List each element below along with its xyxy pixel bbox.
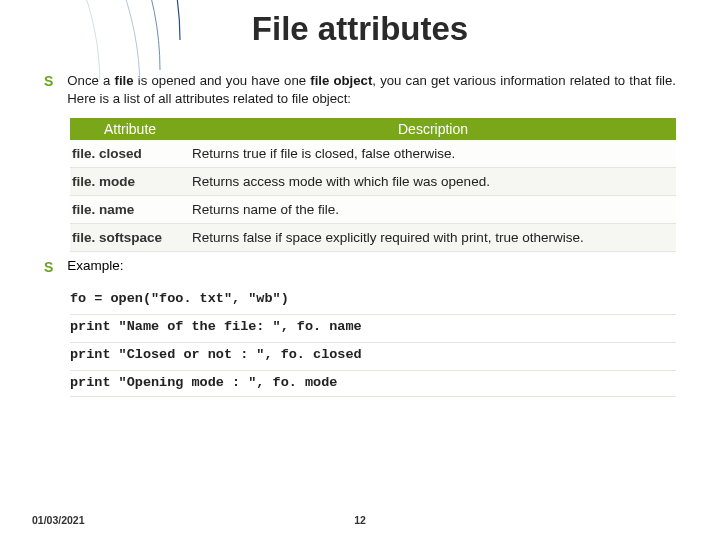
desc-cell: Returns access mode with which file was … [190, 168, 676, 196]
attr-cell: file. name [70, 196, 190, 224]
table-header-description: Description [190, 118, 676, 140]
footer-date: 01/03/2021 [32, 514, 85, 526]
example-label: Example: [67, 258, 123, 273]
code-line: fo = open("foo. txt", "wb") [70, 287, 676, 315]
footer-page-number: 12 [354, 514, 366, 526]
code-line: print "Opening mode : ", fo. mode [70, 371, 676, 397]
bullet-icon: S [44, 72, 53, 108]
table-row: file. closedReturns true if file is clos… [70, 140, 676, 168]
attr-cell: file. softspace [70, 224, 190, 252]
slide-title: File attributes [0, 0, 720, 48]
code-line: print "Name of the file: ", fo. name [70, 315, 676, 343]
table-row: file. nameReturns name of the file. [70, 196, 676, 224]
intro-text: Once a file is opened and you have one f… [67, 72, 676, 108]
slide-footer: 01/03/2021 12 [0, 514, 720, 526]
code-block: fo = open("foo. txt", "wb")print "Name o… [70, 287, 676, 397]
bullet-icon: S [44, 258, 53, 277]
attr-cell: file. closed [70, 140, 190, 168]
slide-content: S Once a file is opened and you have one… [0, 48, 720, 397]
desc-cell: Returns name of the file. [190, 196, 676, 224]
code-line: print "Closed or not : ", fo. closed [70, 343, 676, 371]
desc-cell: Returns false if space explicitly requir… [190, 224, 676, 252]
attr-cell: file. mode [70, 168, 190, 196]
table-row: file. softspaceReturns false if space ex… [70, 224, 676, 252]
example-bullet: S Example: [44, 258, 676, 277]
desc-cell: Returns true if file is closed, false ot… [190, 140, 676, 168]
table-row: file. modeReturns access mode with which… [70, 168, 676, 196]
table-header-attribute: Attribute [70, 118, 190, 140]
attributes-table: Attribute Description file. closedReturn… [70, 118, 676, 252]
intro-bullet: S Once a file is opened and you have one… [44, 72, 676, 108]
